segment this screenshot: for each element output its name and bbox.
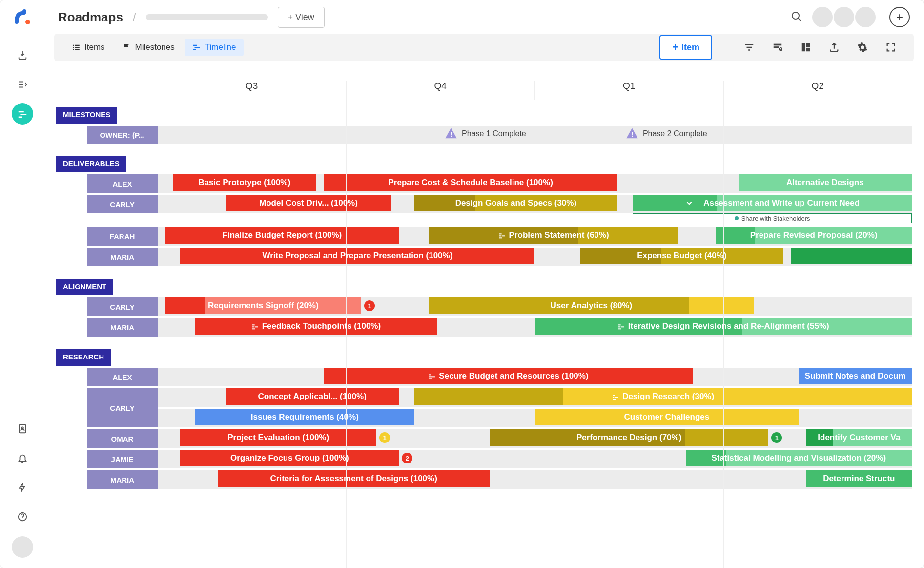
add-collaborator-button[interactable]: + bbox=[889, 7, 910, 27]
timeline-bar[interactable]: Secure Budget and Resources (100%) bbox=[324, 368, 693, 384]
timeline-bar[interactable]: Feedback Touchpoints (100%) bbox=[195, 318, 436, 335]
row-label[interactable]: ALEX bbox=[87, 174, 158, 193]
badge: 1 bbox=[771, 432, 782, 443]
timeline-bar[interactable]: User Analytics (80%) bbox=[429, 297, 753, 314]
timeline-bar[interactable]: Assessment and Write up Current Need bbox=[633, 195, 912, 211]
timeline-bar[interactable]: Statistical Modelling and Visualization … bbox=[686, 450, 912, 466]
timeline-bar[interactable]: Iterative Design Revisions and Re-Alignm… bbox=[535, 318, 912, 335]
row-label[interactable]: ALEX bbox=[87, 368, 158, 386]
svg-rect-17 bbox=[774, 44, 782, 46]
sub-item[interactable]: Share with Stakeholders bbox=[633, 213, 912, 223]
svg-rect-35 bbox=[620, 326, 624, 327]
timeline-track: Secure Budget and Resources (100%)Submit… bbox=[158, 368, 912, 386]
section-header: MILESTONES bbox=[56, 107, 117, 124]
bell-icon[interactable] bbox=[12, 447, 33, 469]
search-icon[interactable] bbox=[791, 11, 802, 24]
timeline-nav-icon[interactable] bbox=[12, 103, 33, 125]
milestone-marker[interactable]: ! Phase 1 Complete bbox=[444, 127, 526, 141]
timeline-bar[interactable]: Submit Notes and Docum bbox=[799, 368, 912, 384]
timeline-bar[interactable]: Prepare Cost & Schedule Baseline (100%) bbox=[324, 174, 618, 191]
tab-label: Timeline bbox=[205, 42, 236, 52]
section-header: ALIGNMENT bbox=[56, 279, 113, 295]
avatar[interactable] bbox=[812, 7, 833, 27]
header: Roadmaps / + View + bbox=[44, 0, 924, 34]
timeline-track: Organize Focus Group (100%)2Statistical … bbox=[158, 450, 912, 468]
timeline-bar[interactable]: Determine Structu bbox=[806, 470, 912, 487]
toolbar: Items Milestones Timeline + Item bbox=[54, 34, 914, 61]
timeline-track: Finalize Budget Report (100%)Problem Sta… bbox=[158, 227, 912, 246]
layout-icon[interactable] bbox=[798, 39, 814, 56]
link-icon[interactable] bbox=[769, 39, 786, 56]
svg-rect-42 bbox=[613, 397, 614, 398]
svg-rect-40 bbox=[429, 378, 432, 379]
add-view-button[interactable]: + View bbox=[278, 7, 325, 28]
quarter-header: Q2 bbox=[723, 81, 912, 100]
timeline-bar[interactable]: Model Cost Driv... (100%) bbox=[226, 195, 391, 211]
tab-timeline[interactable]: Timeline bbox=[185, 39, 244, 56]
timeline-bar[interactable]: Design Research (30%) bbox=[414, 388, 912, 405]
timeline-bar[interactable]: Identify Customer Va bbox=[806, 429, 912, 446]
contacts-icon[interactable] bbox=[12, 418, 33, 440]
row-label[interactable]: FARAH bbox=[87, 227, 158, 246]
timeline-bar[interactable]: Organize Focus Group (100%) bbox=[180, 450, 399, 466]
row-label[interactable]: CARLY bbox=[87, 297, 158, 316]
row-label[interactable]: MARIA bbox=[87, 470, 158, 489]
timeline-track: Concept Applicabl... (100%)Design Resear… bbox=[158, 388, 912, 407]
avatar[interactable] bbox=[855, 7, 876, 27]
export-icon[interactable] bbox=[826, 39, 842, 56]
timeline-bar[interactable]: Write Proposal and Prepare Presentation … bbox=[180, 248, 534, 264]
filter-icon[interactable] bbox=[741, 39, 758, 56]
timeline-bar[interactable]: Alternative Designs bbox=[739, 174, 912, 191]
fullscreen-icon[interactable] bbox=[883, 39, 899, 56]
svg-rect-14 bbox=[193, 45, 197, 46]
row-label[interactable]: CARLY bbox=[87, 388, 158, 427]
timeline-track: Model Cost Driv... (100%)Design Goals an… bbox=[158, 195, 912, 213]
svg-rect-2 bbox=[20, 114, 26, 115]
timeline-bar[interactable]: Requirements Signoff (20%) bbox=[165, 297, 361, 314]
page-title: Roadmaps bbox=[58, 10, 123, 25]
timeline-track: Feedback Touchpoints (100%)Iterative Des… bbox=[158, 318, 912, 337]
row-label[interactable]: MARIA bbox=[87, 248, 158, 266]
timeline-bar[interactable] bbox=[791, 248, 912, 264]
add-item-button[interactable]: + Item bbox=[659, 35, 712, 60]
timeline-bar[interactable]: Problem Statement (60%) bbox=[429, 227, 678, 244]
timeline-bar[interactable]: Criteria for Assessment of Designs (100%… bbox=[218, 470, 490, 487]
timeline-view: Q3Q4Q1Q2MILESTONESOWNER: (P... ! Phase 1… bbox=[44, 61, 924, 568]
row-label[interactable]: MARIA bbox=[87, 318, 158, 337]
tab-milestones[interactable]: Milestones bbox=[115, 39, 183, 56]
timeline-bar[interactable]: Performance Design (70%) bbox=[490, 429, 769, 446]
svg-rect-32 bbox=[252, 328, 255, 329]
svg-rect-39 bbox=[431, 376, 435, 377]
help-icon[interactable] bbox=[12, 506, 33, 527]
svg-rect-28 bbox=[499, 237, 502, 238]
svg-rect-3 bbox=[18, 117, 21, 118]
settings-icon[interactable] bbox=[854, 39, 871, 56]
row-label[interactable]: CARLY bbox=[87, 195, 158, 213]
download-icon[interactable] bbox=[12, 44, 33, 66]
svg-point-0 bbox=[25, 20, 30, 24]
bolt-icon[interactable] bbox=[12, 477, 33, 498]
user-avatar[interactable] bbox=[12, 536, 33, 558]
timeline-bar[interactable]: Design Goals and Specs (30%) bbox=[414, 195, 617, 211]
svg-rect-34 bbox=[618, 326, 620, 327]
badge: 1 bbox=[379, 432, 390, 443]
timeline-bar[interactable]: Expense Budget (40%) bbox=[580, 248, 783, 264]
row-label[interactable]: OMAR bbox=[87, 429, 158, 448]
svg-rect-38 bbox=[429, 376, 431, 377]
timeline-bar[interactable]: Concept Applicabl... (100%) bbox=[226, 388, 399, 405]
avatar[interactable] bbox=[834, 7, 854, 27]
timeline-bar[interactable]: Basic Prototype (100%) bbox=[173, 174, 316, 191]
svg-rect-36 bbox=[618, 328, 621, 329]
milestone-marker[interactable]: ! Phase 2 Complete bbox=[625, 127, 707, 141]
timeline-bar[interactable]: Customer Challenges bbox=[535, 409, 799, 425]
timeline-bar[interactable]: Issues Requirements (40%) bbox=[195, 409, 414, 425]
timeline-bar[interactable]: Project Evaluation (100%) bbox=[180, 429, 376, 446]
add-item-label: Item bbox=[681, 42, 699, 53]
row-label[interactable]: OWNER: (P... bbox=[87, 126, 158, 144]
row-label[interactable]: JAMIE bbox=[87, 450, 158, 468]
timeline-track: Project Evaluation (100%)1Performance De… bbox=[158, 429, 912, 448]
timeline-bar[interactable]: Finalize Budget Report (100%) bbox=[165, 227, 399, 244]
list-icon[interactable] bbox=[12, 74, 33, 95]
timeline-bar[interactable]: Prepare Revised Proposal (20%) bbox=[716, 227, 912, 244]
tab-items[interactable]: Items bbox=[64, 39, 113, 56]
